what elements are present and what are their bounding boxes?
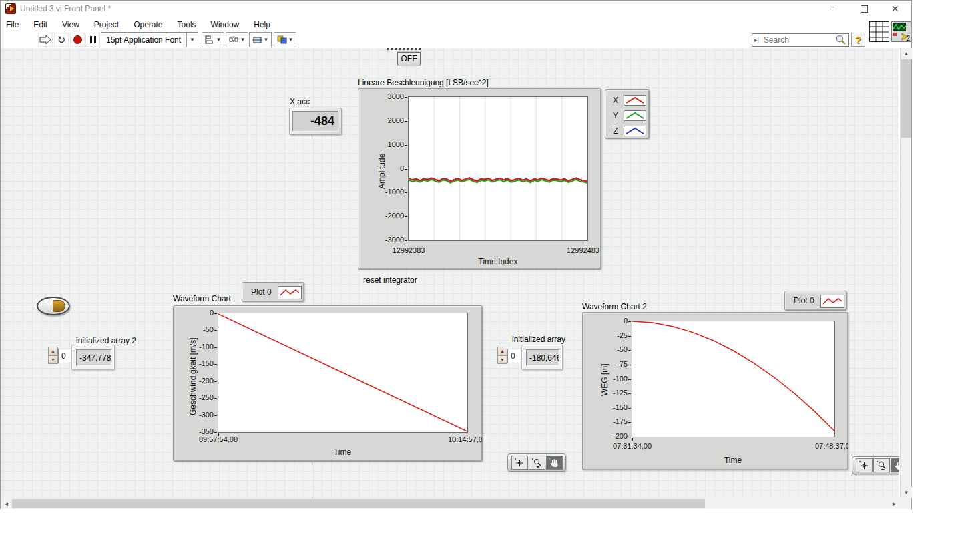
accel-plot-lines xyxy=(409,97,587,240)
cursor-tool-button[interactable] xyxy=(856,458,873,472)
run-continuous-icon: ↻ xyxy=(57,34,66,46)
search-placeholder: Search xyxy=(761,35,835,45)
menu-help[interactable]: Help xyxy=(246,20,278,29)
context-help-button[interactable]: ? xyxy=(851,33,865,47)
y-tick-label: -350 xyxy=(183,427,214,435)
resize-objects-button[interactable]: ▼ xyxy=(249,32,272,47)
legend-row-z[interactable]: Z xyxy=(611,126,646,136)
scroll-up-arrow[interactable]: ▲ xyxy=(901,48,912,59)
zoom-tool-button[interactable] xyxy=(873,458,890,472)
legend-row-x[interactable]: X xyxy=(611,95,646,106)
pan-tool-button[interactable] xyxy=(546,456,563,470)
accel-plot-area[interactable] xyxy=(408,96,588,241)
labview-window: Untitled 3.vi Front Panel * ✕ File Edit … xyxy=(0,0,912,509)
waveform-chart-plot-area[interactable] xyxy=(218,313,468,433)
vertical-scrollbar[interactable]: ▲ ▼ xyxy=(900,48,911,498)
font-selector[interactable]: 15pt Application Font ▼ xyxy=(101,32,198,47)
menu-tools[interactable]: Tools xyxy=(170,20,204,29)
accel-plot-legend[interactable]: X Y Z xyxy=(605,89,650,139)
y-tick-mark xyxy=(628,437,631,437)
vi-icon[interactable]: 2 xyxy=(891,21,911,42)
pan-tool-button[interactable] xyxy=(891,458,899,472)
search-scope-icon[interactable]: ▸| xyxy=(752,37,761,43)
y-tick-label: 0 xyxy=(597,317,628,325)
waveform-chart-2-plot-area[interactable] xyxy=(632,321,835,437)
menu-file[interactable]: File xyxy=(1,20,26,29)
x-tick-mark xyxy=(587,242,587,244)
zoom-tool-button[interactable] xyxy=(529,456,545,470)
menu-operate[interactable]: Operate xyxy=(126,20,170,29)
maximize-icon xyxy=(861,5,868,13)
y-tick-label: -100 xyxy=(597,375,628,383)
legend-sample xyxy=(624,110,646,121)
waveform-chart-2-lines xyxy=(632,321,834,437)
hand-icon xyxy=(893,460,899,470)
legend-row-y[interactable]: Y xyxy=(611,110,646,121)
close-button[interactable]: ✕ xyxy=(880,1,910,17)
graph-palette-2 xyxy=(852,456,899,474)
legend-sample xyxy=(624,95,646,106)
initialized-array-element[interactable]: -180,646 xyxy=(521,345,563,370)
x-tick-mark xyxy=(409,242,409,244)
spinner-down-button[interactable]: ▼ xyxy=(497,355,507,364)
y-tick-mark xyxy=(214,347,217,348)
scrollbar-corner xyxy=(900,498,911,509)
maximize-button[interactable] xyxy=(849,1,879,17)
waveform-chart: Geschwindigkeit [m/s] 09:57:54,00 10:14:… xyxy=(173,305,483,462)
cursor-tool-button[interactable] xyxy=(511,456,528,470)
scroll-left-arrow[interactable]: ◄ xyxy=(1,498,12,509)
y-tick-label: -200 xyxy=(597,432,628,440)
waveform-chart-2-legend[interactable]: Plot 0 xyxy=(784,291,847,311)
run-button[interactable] xyxy=(38,33,53,47)
y-tick-label: -250 xyxy=(183,393,214,401)
scroll-down-arrow[interactable]: ▼ xyxy=(901,487,912,498)
horizontal-scroll-thumb[interactable] xyxy=(12,499,705,508)
align-objects-button[interactable]: ▼ xyxy=(202,32,224,47)
menu-edit[interactable]: Edit xyxy=(26,20,55,29)
y-tick-mark xyxy=(628,365,631,365)
minimize-button[interactable] xyxy=(818,1,848,17)
reorder-objects-button[interactable]: ▼ xyxy=(274,32,296,47)
vertical-scroll-thumb[interactable] xyxy=(901,59,911,138)
panel-grid-icon[interactable] xyxy=(869,21,889,42)
y-tick-label: -175 xyxy=(597,417,628,425)
x-tick-mark xyxy=(218,433,219,436)
spinner-up-button[interactable]: ▲ xyxy=(48,347,58,355)
initialized-array-2-label: initialized array 2 xyxy=(76,336,136,345)
waveform-chart-2-x-end: 07:48:37,00 xyxy=(815,442,848,450)
menu-bar: File Edit View Project Operate Tools Win… xyxy=(1,17,911,31)
run-continuous-button[interactable]: ↻ xyxy=(54,33,69,47)
menu-project[interactable]: Project xyxy=(87,20,126,29)
y-tick-label: -200 xyxy=(183,377,214,385)
waveform-chart-x-axis-label: Time xyxy=(334,447,351,457)
pause-button[interactable] xyxy=(85,33,100,47)
y-tick-mark xyxy=(214,432,217,433)
menu-view[interactable]: View xyxy=(55,20,87,29)
initialized-array-2-element[interactable]: -347,778 xyxy=(71,345,115,370)
horizontal-toggle-switch[interactable] xyxy=(37,297,70,315)
reorder-objects-icon xyxy=(277,35,287,44)
search-icon[interactable] xyxy=(835,35,847,45)
y-tick-label: -50 xyxy=(597,345,628,353)
menu-window[interactable]: Window xyxy=(204,20,247,29)
scroll-right-arrow[interactable]: ► xyxy=(889,498,900,509)
waveform-chart-legend[interactable]: Plot 0 xyxy=(242,282,304,302)
waveform-chart-title: Waveform Chart xyxy=(173,294,231,303)
off-button[interactable]: OFF xyxy=(397,52,421,65)
y-tick-mark xyxy=(214,330,217,331)
spinner-up-button[interactable]: ▲ xyxy=(497,347,507,355)
y-tick-mark xyxy=(405,240,407,241)
front-panel[interactable]: OFF X acc -484 s Lineare Beschleunigung … xyxy=(1,48,899,498)
resize-objects-icon xyxy=(252,35,262,44)
toggle-handle xyxy=(53,300,65,312)
x-tick-mark xyxy=(467,433,467,436)
y-tick-label: 2000 xyxy=(373,116,404,124)
waveform-chart-lines xyxy=(218,313,467,432)
search-input[interactable]: ▸| Search xyxy=(752,33,849,47)
x-acc-value: -484 xyxy=(292,111,338,132)
abort-button[interactable] xyxy=(70,33,85,47)
accel-x-axis-label: Time Index xyxy=(479,257,518,266)
distribute-objects-button[interactable]: ▼ xyxy=(226,32,248,47)
horizontal-scrollbar[interactable]: ◄ ► xyxy=(1,498,900,509)
spinner-down-button[interactable]: ▼ xyxy=(48,355,58,364)
